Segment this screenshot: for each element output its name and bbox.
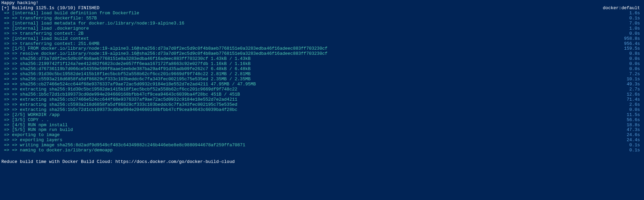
build-step-line: => exporting to image24.6s	[1, 133, 643, 138]
build-step-line: => => transferring context: 2B0.0s	[1, 31, 643, 36]
build-step-line: => => sha256:cb27466e524cc644f68e9376337…	[1, 82, 643, 87]
build-step-text: => => sha256:d76736119b7d066ce54359e599f…	[1, 67, 250, 72]
build-step-line: => => extracting sha256:cb27466e524cc644…	[1, 97, 643, 102]
build-step-time: 56.6s	[627, 118, 643, 123]
build-step-line: => => exporting layers24.4s	[1, 138, 643, 143]
build-step-line: => => writing image sha256:8d2adf9d9549c…	[1, 143, 643, 148]
build-step-text: => [internal] load build definition from…	[1, 11, 139, 16]
build-step-time: 0.8s	[629, 51, 643, 56]
build-step-line: => [internal] load build definition from…	[1, 11, 643, 16]
build-step-time: 11.5s	[627, 113, 643, 118]
build-step-text: => => extracting sha256:1b5c72d1cb109373…	[1, 107, 237, 113]
build-step-time: 2.6s	[629, 102, 643, 107]
build-step-time: 0.0s	[629, 107, 643, 113]
build-step-line: => => extracting sha256:c5593a218d6858fa…	[1, 102, 643, 107]
build-step-time: 159.5s	[624, 46, 643, 51]
build-step-text: => [internal] load .dockerignore	[1, 26, 89, 31]
build-step-time: 0.0s	[629, 62, 643, 67]
build-step-text: => [internal] load metadata for docker.i…	[1, 21, 184, 26]
build-step-time: 0.1s	[629, 148, 643, 153]
build-step-line: => => sha256:d73a7d0f2ec5d9c0f4b8aeb7768…	[1, 56, 643, 62]
build-step-text: => [1/5] FROM docker.io/library/node:19-…	[1, 46, 328, 51]
build-step-time: 2.7s	[629, 87, 643, 92]
build-step-time: 7.2s	[629, 72, 643, 77]
build-step-text: => => transferring dockerfile: 557B	[1, 16, 97, 21]
build-step-time: 0.1s	[629, 16, 643, 21]
build-step-line: => [3/5] COPY . .56.6s	[1, 118, 643, 123]
build-step-time: 1.0s	[629, 26, 643, 31]
build-step-time: 0.1s	[629, 143, 643, 148]
build-step-line: => => sha256:1b5c72d1cb109373cd0de994e20…	[1, 92, 643, 97]
build-step-time: 0.0s	[629, 56, 643, 62]
happy-hacking-text: Happy hacking!	[1, 1, 38, 6]
build-step-line: => [4/5] RUN npm install18.8s	[1, 123, 643, 128]
build-step-text: => => exporting layers	[1, 138, 62, 143]
build-step-line: => => sha256:d76736119b7d066ce54359e599f…	[1, 67, 643, 72]
build-step-text: => => extracting sha256:c5593a218d6858fa…	[1, 102, 237, 107]
build-step-line: => [internal] load build context958.8s	[1, 36, 643, 41]
build-step-text: => => sha256:1b5c72d1cb109373cd0de994e20…	[1, 92, 240, 97]
build-step-text: => => sha256:cb27466e524cc644f68e9376337…	[1, 82, 256, 87]
build-step-time: 956.4s	[624, 41, 643, 47]
build-step-time: 1.6s	[629, 11, 643, 16]
build-step-text: => => sha256:d73a7d0f2ec5d9c0f4b8aeb7768…	[1, 56, 250, 62]
build-steps-container: => [internal] load build definition from…	[1, 11, 643, 153]
build-step-line: => [5/5] RUN npm run build47.3s	[1, 128, 643, 133]
build-step-time: 49.3s	[627, 82, 643, 87]
build-step-line: => [internal] load .dockerignore1.0s	[1, 26, 643, 31]
build-step-text: => exporting to image	[1, 133, 60, 138]
build-step-time: 24.6s	[627, 133, 643, 138]
blank-line	[1, 153, 643, 158]
build-step-time: 47.3s	[627, 128, 643, 133]
build-step-line: => => resolve docker.io/library/node:19-…	[1, 51, 643, 56]
build-status-line: [+] Building 1125.1s (10/10) FINISHED do…	[1, 6, 643, 11]
build-step-time: 24.4s	[627, 138, 643, 143]
build-step-time: 71.4s	[627, 97, 643, 102]
build-step-line: => => naming to docker.io/library/demoap…	[1, 148, 643, 153]
footer-line: Reduce build time with Docker Build Clou…	[1, 160, 643, 165]
build-step-text: => [3/5] COPY . .	[1, 118, 49, 123]
build-step-line: => [2/5] WORKDIR /app11.5s	[1, 113, 643, 118]
build-status-left: [+] Building 1125.1s (10/10) FINISHED	[1, 6, 100, 11]
build-step-text: => => transferring context: 2B	[1, 31, 84, 36]
build-step-text: => => extracting sha256:cb27466e524cc644…	[1, 97, 237, 102]
build-step-line: => => sha256:91d30c5bc19582de1415b18f1ec…	[1, 72, 643, 77]
happy-hacking-line: Happy hacking!	[1, 1, 643, 6]
build-step-line: => => extracting sha256:1b5c72d1cb109373…	[1, 107, 643, 113]
build-step-line: => => transferring context: 251.04MB956.…	[1, 41, 643, 47]
build-step-time: 0.0s	[629, 67, 643, 72]
build-status-right: docker:default	[603, 6, 643, 11]
build-step-text: => => transferring context: 251.04MB	[1, 41, 100, 47]
build-step-text: => => sha256:91d30c5bc19582de1415b18f1ec…	[1, 72, 250, 77]
build-step-line: => => transferring dockerfile: 557B0.1s	[1, 16, 643, 21]
build-step-text: => [internal] load build context	[1, 36, 89, 41]
build-step-text: => [2/5] WORKDIR /app	[1, 113, 60, 118]
build-step-time: 12.6s	[627, 92, 643, 97]
build-step-line: => [internal] load metadata for docker.i…	[1, 21, 643, 26]
build-step-text: => => writing image sha256:8d2adf9d9549c…	[1, 143, 245, 148]
build-step-text: => [4/5] RUN npm install	[1, 123, 68, 128]
build-step-text: => => resolve docker.io/library/node:19-…	[1, 51, 328, 56]
footer-text: Reduce build time with Docker Build Clou…	[1, 160, 235, 165]
build-step-time: 7.0s	[629, 21, 643, 26]
build-step-time: 18.8s	[627, 123, 643, 128]
build-step-time: 958.8s	[624, 36, 643, 41]
build-step-text: => => extracting sha256:91d30c5bc19582de…	[1, 87, 237, 92]
build-step-text: => => naming to docker.io/library/demoap…	[1, 148, 113, 153]
build-step-text: => => sha256:c5593a218d6858fa5df86829cf3…	[1, 77, 250, 82]
build-step-time: 10.1s	[627, 77, 643, 82]
build-step-line: => => sha256:c5593a218d6858fa5df86829cf3…	[1, 77, 643, 82]
build-step-time: 0.0s	[629, 31, 643, 36]
build-step-line: => => sha256:2199742f1f124a7ee412482f682…	[1, 62, 643, 67]
build-step-text: => => sha256:2199742f1f124a7ee412482f682…	[1, 62, 250, 67]
build-step-line: => => extracting sha256:91d30c5bc19582de…	[1, 87, 643, 92]
build-step-text: => [5/5] RUN npm run build	[1, 128, 73, 133]
build-step-line: => [1/5] FROM docker.io/library/node:19-…	[1, 46, 643, 51]
